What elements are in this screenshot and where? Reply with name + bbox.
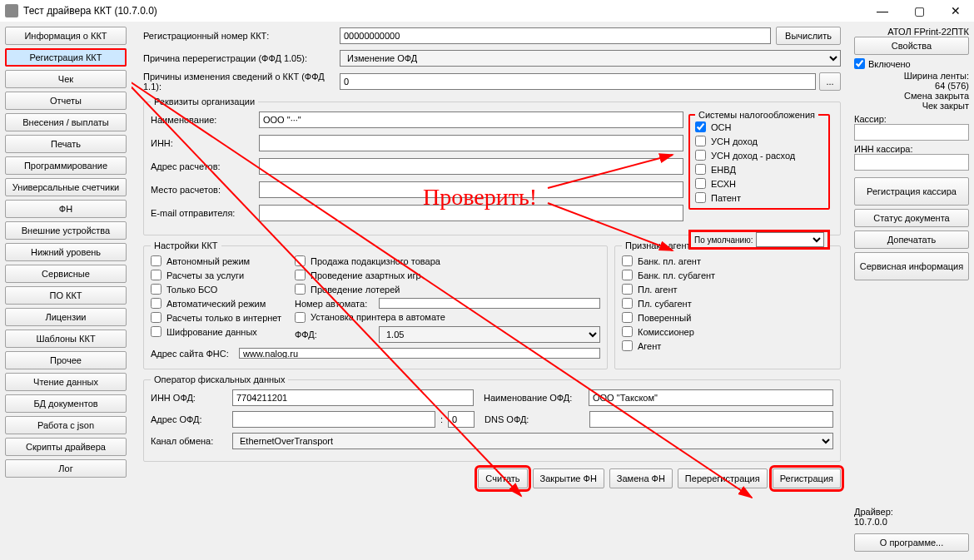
shift-closed: Смена закрыта	[854, 91, 969, 101]
chk-bank-agent[interactable]	[622, 255, 633, 266]
chk-services[interactable]	[151, 270, 162, 280]
minimize-button[interactable]: —	[864, 0, 901, 22]
nav-service[interactable]: Сервисные	[5, 265, 127, 283]
left-nav: Информация о ККТ Регистрация ККТ Чек Отч…	[0, 22, 132, 560]
chk-agent[interactable]	[622, 340, 633, 351]
nav-po-kkt[interactable]: ПО ККТ	[5, 286, 127, 305]
chk-encryption[interactable]	[151, 326, 162, 337]
ofd-dns-input[interactable]	[589, 411, 833, 428]
nav-external[interactable]: Внешние устройства	[5, 221, 127, 240]
reg-cashier-button[interactable]: Регистрация кассира	[854, 177, 969, 206]
nav-low-level[interactable]: Нижний уровень	[5, 243, 127, 261]
nav-licenses[interactable]: Лицензии	[5, 308, 127, 326]
tape-width-label: Ширина ленты:	[854, 71, 969, 81]
tax-eshn-checkbox[interactable]	[695, 178, 706, 189]
chk-bso[interactable]	[151, 284, 162, 295]
nav-registration-kkt[interactable]: Регистрация ККТ	[5, 48, 127, 67]
cashier-inn-input[interactable]	[854, 154, 969, 171]
lbl-bank-subagent: Банк. пл. субагент	[638, 270, 715, 280]
kkt-settings-legend: Настройки ККТ	[151, 240, 221, 250]
tax-default-label: По умолчанию:	[694, 235, 753, 245]
lbl-printer-auto: Установка принтера в автомате	[311, 312, 445, 323]
changes-more-button[interactable]: ...	[819, 72, 841, 91]
chk-lottery[interactable]	[295, 284, 306, 295]
chk-excise[interactable]	[295, 255, 306, 266]
lbl-pay-subagent: Пл. субагент	[638, 299, 692, 309]
nav-other[interactable]: Прочее	[5, 351, 127, 369]
nav-info-kkt[interactable]: Информация о ККТ	[5, 27, 127, 45]
read-button[interactable]: Считать	[478, 468, 527, 488]
org-inn-input[interactable]	[259, 135, 683, 151]
tax-envd-checkbox[interactable]	[695, 164, 706, 175]
nav-templates[interactable]: Шаблоны ККТ	[5, 330, 127, 348]
chk-pay-agent[interactable]	[622, 284, 633, 295]
tax-legend: Системы налогообложения	[695, 110, 818, 120]
about-button[interactable]: О программе...	[854, 533, 969, 552]
maximize-button[interactable]: ▢	[901, 0, 937, 22]
tax-osn-checkbox[interactable]	[695, 121, 706, 132]
properties-button[interactable]: Свойства	[854, 37, 969, 55]
nav-scripts[interactable]: Скрипты драйвера	[5, 438, 127, 456]
check-closed: Чек закрыт	[854, 101, 969, 111]
nav-payments[interactable]: Внесения / выплаты	[5, 113, 127, 131]
ofd-addr-input[interactable]	[232, 411, 435, 428]
device-name: АТОЛ FPrint-22ПТК	[854, 27, 969, 37]
chk-pay-subagent[interactable]	[622, 298, 633, 309]
close-button[interactable]: ✕	[937, 0, 974, 22]
org-name-input[interactable]	[259, 112, 683, 128]
nav-read-data[interactable]: Чтение данных	[5, 373, 127, 391]
ffd-combo[interactable]: 1.05	[379, 326, 600, 343]
replace-fn-button[interactable]: Замена ФН	[609, 468, 673, 488]
tax-systems-fieldset: Системы налогообложения ОСН УСН доход УС…	[688, 110, 830, 210]
ofd-name-input[interactable]	[589, 389, 833, 406]
chk-gambling[interactable]	[295, 270, 306, 280]
nav-fn[interactable]: ФН	[5, 200, 127, 218]
nav-json[interactable]: Работа с json	[5, 416, 127, 434]
doc-status-button[interactable]: Статус документа	[854, 209, 969, 227]
auto-num-input[interactable]	[379, 298, 600, 309]
reg-number-input[interactable]	[340, 27, 771, 44]
nav-reports[interactable]: Отчеты	[5, 92, 127, 110]
chk-printer-auto[interactable]	[295, 312, 306, 323]
lbl-encryption: Шифрование данных	[166, 327, 257, 337]
org-addr-input[interactable]	[259, 158, 683, 175]
chk-autonomous[interactable]	[151, 255, 162, 266]
nav-check[interactable]: Чек	[5, 70, 127, 88]
org-email-input[interactable]	[259, 205, 683, 221]
ofd-name-label: Наименование ОФД:	[484, 393, 584, 403]
calc-button[interactable]: Вычислить	[776, 27, 841, 45]
agent-fieldset: Признаки агента Банк. пл. агент Банк. пл…	[614, 240, 841, 369]
nav-print[interactable]: Печать	[5, 135, 127, 153]
chk-commissioner[interactable]	[622, 326, 633, 337]
ofd-port-input[interactable]	[448, 411, 475, 428]
ofd-port-colon: :	[440, 414, 443, 424]
service-info-button[interactable]: Сервисная информация	[854, 252, 969, 280]
chk-bank-subagent[interactable]	[622, 270, 633, 280]
fns-addr-input[interactable]	[239, 348, 600, 359]
rereg-reason-combo[interactable]: Изменение ОФД	[340, 50, 841, 67]
nav-log[interactable]: Лог	[5, 459, 127, 478]
nav-counters[interactable]: Универсальные счетчики	[5, 178, 127, 196]
cashier-input[interactable]	[854, 124, 969, 141]
chk-attorney[interactable]	[622, 312, 633, 323]
register-button[interactable]: Регистрация	[773, 468, 841, 488]
tax-patent-checkbox[interactable]	[695, 192, 706, 203]
driver-label: Драйвер:	[854, 507, 969, 517]
chk-internet-only[interactable]	[151, 312, 162, 323]
enabled-checkbox[interactable]	[854, 58, 865, 69]
rereg-button[interactable]: Перерегистрация	[678, 468, 768, 488]
lbl-bank-agent: Банк. пл. агент	[638, 256, 701, 266]
nav-db-docs[interactable]: БД документов	[5, 394, 127, 413]
tax-default-combo[interactable]	[756, 232, 824, 247]
tax-usn-income-checkbox[interactable]	[695, 136, 706, 146]
driver-version: 10.7.0.0	[854, 517, 969, 527]
ofd-inn-input[interactable]	[232, 389, 474, 406]
org-place-input[interactable]	[259, 181, 683, 198]
reprint-button[interactable]: Допечатать	[854, 230, 969, 249]
changes-reason-input[interactable]	[340, 73, 816, 90]
close-fn-button[interactable]: Закрытие ФН	[533, 468, 604, 488]
ofd-channel-combo[interactable]: EthernetOverTransport	[232, 433, 833, 449]
tax-usn-incexp-checkbox[interactable]	[695, 150, 706, 161]
chk-automatic[interactable]	[151, 298, 162, 309]
nav-programming[interactable]: Программирование	[5, 156, 127, 175]
